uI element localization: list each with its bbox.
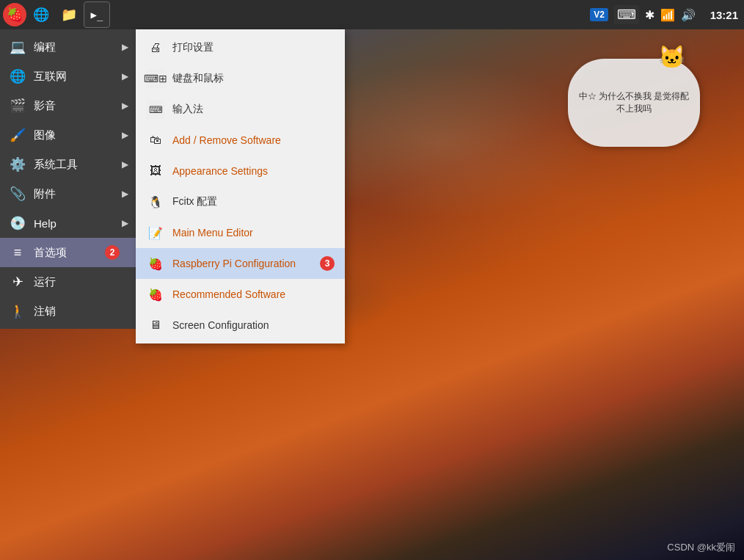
main-menu-editor-icon: 📝 <box>146 223 165 242</box>
sub-item-appearance[interactable]: 🖼 Appearance Settings <box>136 156 345 186</box>
arrow-icon-system: ▶ <box>122 159 128 170</box>
raspberry-menu-button[interactable]: 🍓 <box>3 3 26 26</box>
credit-text: CSDN @kk爱闹 <box>667 541 735 554</box>
arrow-icon-media: ▶ <box>122 101 128 111</box>
preferences-submenu: 🖨 打印设置 ⌨⊞ 键盘和鼠标 ⌨ 输入法 🛍 Add / Remove Sof… <box>136 29 345 343</box>
main-menu: 💻 编程 ▶ 🌐 互联网 ▶ 🎬 影音 ▶ 🖌️ 图像 ▶ ⚙️ 系统工具 ▶ <box>0 29 136 329</box>
clock: 13:21 <box>701 9 738 21</box>
terminal-button[interactable]: ▶_ <box>84 1 110 28</box>
menu-item-internet[interactable]: 🌐 互联网 ▶ <box>0 62 136 91</box>
sub-item-fcitx[interactable]: 🐧 Fcitx 配置 <box>136 186 345 217</box>
taskbar-left: 🍓 🌐 📁 ▶_ <box>0 1 110 28</box>
vnc-icon[interactable]: V2 <box>590 8 608 21</box>
desktop: 🍓 🌐 📁 ▶_ V2 ⌨ ✱ 📶 🔊 13:21 中☆ 为什么不换我 是觉得配… <box>0 0 744 560</box>
appearance-icon: 🖼 <box>146 161 165 181</box>
system-icon: ⚙️ <box>9 156 26 173</box>
internet-icon: 🌐 <box>9 68 26 85</box>
arrow-icon: ▶ <box>122 42 128 52</box>
sub-item-input[interactable]: ⌨ 输入法 <box>136 94 345 125</box>
taskbar-right: V2 ⌨ ✱ 📶 🔊 13:21 <box>590 0 738 29</box>
input-icon: ⌨ <box>146 100 165 119</box>
menu-item-logout[interactable]: 🚶 注销 <box>0 297 136 326</box>
run-icon: ✈ <box>9 273 26 291</box>
taskbar: 🍓 🌐 📁 ▶_ V2 ⌨ ✱ 📶 🔊 13:21 <box>0 0 744 29</box>
arrow-icon-internet: ▶ <box>122 71 128 81</box>
raspi-config-badge: 3 <box>320 256 335 271</box>
browser-button[interactable]: 🌐 <box>28 1 54 28</box>
menu-item-preferences[interactable]: ≡ 首选项 2 <box>0 238 136 267</box>
sub-item-keyboard[interactable]: ⌨⊞ 键盘和鼠标 <box>136 63 345 94</box>
sub-item-main-menu-editor[interactable]: 📝 Main Menu Editor <box>136 217 345 248</box>
arrow-icon-image: ▶ <box>122 130 128 140</box>
keyboard-icon: ⌨⊞ <box>146 69 165 88</box>
menu-item-system[interactable]: ⚙️ 系统工具 ▶ <box>0 150 136 179</box>
wifi-icon[interactable]: 📶 <box>660 8 675 22</box>
arrow-icon-accessories: ▶ <box>122 189 128 199</box>
sub-item-raspi-config[interactable]: 🍓 Raspberry Pi Configuration 3 <box>136 248 345 279</box>
logout-icon: 🚶 <box>9 302 26 320</box>
fcitx-icon: 🐧 <box>146 192 165 211</box>
menu-item-media[interactable]: 🎬 影音 ▶ <box>0 91 136 120</box>
recommended-icon: 🍓 <box>146 285 165 304</box>
image-icon: 🖌️ <box>9 126 26 144</box>
screen-icon: 🖥 <box>146 316 165 335</box>
sub-item-recommended[interactable]: 🍓 Recommended Software <box>136 279 345 310</box>
preferences-badge: 2 <box>105 245 120 260</box>
sub-item-print[interactable]: 🖨 打印设置 <box>136 32 345 63</box>
bluetooth-icon[interactable]: ✱ <box>645 8 654 22</box>
help-icon: 💿 <box>9 214 26 232</box>
sub-item-screen[interactable]: 🖥 Screen Configuration <box>136 310 345 341</box>
programming-icon: 💻 <box>9 38 26 56</box>
accessories-icon: 📎 <box>9 185 26 203</box>
volume-icon[interactable]: 🔊 <box>681 8 696 22</box>
menu-item-help[interactable]: 💿 Help ▶ <box>0 208 136 238</box>
print-icon: 🖨 <box>146 38 165 57</box>
mascot: 中☆ 为什么不换我 是觉得配不上我吗 <box>568 59 700 147</box>
arrow-icon-help: ▶ <box>122 218 128 228</box>
menu-item-image[interactable]: 🖌️ 图像 ▶ <box>0 120 136 150</box>
add-remove-icon: 🛍 <box>146 131 165 150</box>
sub-item-add-remove[interactable]: 🛍 Add / Remove Software <box>136 125 345 156</box>
menu-item-accessories[interactable]: 📎 附件 ▶ <box>0 179 136 208</box>
files-button[interactable]: 📁 <box>56 1 82 28</box>
keyboard-tray-icon[interactable]: ⌨ <box>614 5 639 24</box>
preferences-icon: ≡ <box>9 244 26 261</box>
menu-item-run[interactable]: ✈ 运行 <box>0 267 136 297</box>
menu-item-programming[interactable]: 💻 编程 ▶ <box>0 32 136 62</box>
raspi-config-icon: 🍓 <box>146 254 165 273</box>
media-icon: 🎬 <box>9 97 26 114</box>
